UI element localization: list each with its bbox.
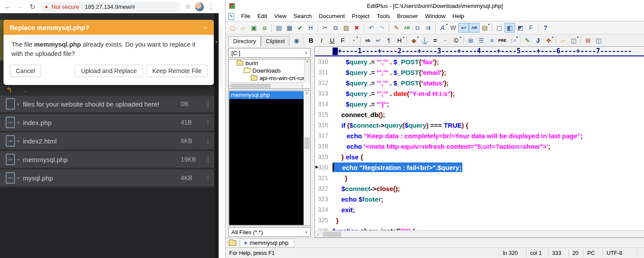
align-right-icon[interactable]: ≡ — [487, 36, 497, 45]
print-icon[interactable]: ▦ — [284, 23, 295, 33]
url-text[interactable]: 185.27.134.9/new/# — [85, 4, 135, 10]
font-icon[interactable]: A▾ — [437, 23, 448, 33]
bold-icon[interactable]: B — [306, 36, 316, 45]
file-name[interactable]: index.php — [23, 119, 181, 126]
table-icon[interactable]: ⊞ — [465, 36, 476, 45]
code-line[interactable]: 315connect_db(); — [315, 109, 644, 120]
code-line[interactable]: 313$query .= "','" . date("Y-m-d H:i:s")… — [315, 88, 644, 99]
dropdown-caret-icon[interactable]: ▾ — [446, 23, 447, 26]
file-row[interactable]: </>▾index2.html6KB⋮ — [0, 133, 214, 149]
menu-view[interactable]: View — [271, 12, 290, 20]
scroll-thumb[interactable] — [323, 232, 341, 237]
underline-icon[interactable]: U — [327, 36, 337, 45]
line-break-icon[interactable]: ↵ — [373, 36, 384, 45]
objects-icon[interactable]: ❖▾ — [543, 36, 554, 45]
tree-horizontal-scrollbar[interactable]: ‹› — [229, 82, 304, 88]
bookmark-star-icon[interactable]: ☆ — [183, 1, 193, 12]
chevron-down-icon[interactable]: ▾ — [17, 157, 19, 162]
window-list-icon[interactable]: ◫▾ — [568, 36, 579, 45]
scroll-up-icon[interactable]: ∧ — [304, 91, 310, 95]
view-in-browser-icon[interactable]: ⊞ — [583, 36, 593, 45]
print-preview-icon[interactable]: ▤ — [274, 23, 284, 33]
anchor-icon[interactable]: ⚓ — [419, 36, 430, 45]
javascript-icon[interactable]: J — [533, 36, 543, 45]
document-tab[interactable]: ◈ memmysql.php — [240, 239, 294, 247]
address-bar[interactable]: ▲ Not secure 185.27.134.9/new/# — [40, 2, 181, 12]
code-line[interactable]: 323echo $footer; — [315, 194, 644, 204]
scroll-thumb[interactable] — [304, 137, 310, 149]
paste-icon[interactable]: ▨ — [341, 23, 351, 33]
menu-window[interactable]: Window — [421, 12, 449, 20]
cut-icon[interactable]: ✂ — [320, 23, 330, 33]
html-document-icon[interactable]: H — [305, 23, 316, 33]
function-list-icon[interactable]: F — [526, 23, 536, 33]
scroll-up-icon[interactable]: ▲ — [214, 40, 219, 44]
comment-icon[interactable]: ‹· — [440, 36, 451, 45]
file-name[interactable]: mysql.php — [23, 174, 181, 182]
image-icon[interactable]: ◆▾ — [409, 36, 419, 45]
menu-tools[interactable]: Tools — [373, 12, 393, 20]
menu-project[interactable]: Project — [348, 12, 373, 20]
menu-browser[interactable]: Browser — [394, 12, 422, 20]
tab-cliptext[interactable]: Cliptext — [261, 36, 289, 46]
special-char-icon[interactable]: ©▾ — [451, 36, 461, 45]
toolbar-toggle-icon[interactable]: ▢ — [494, 23, 505, 33]
split-window-icon[interactable]: ◫ — [593, 36, 604, 45]
drive-select[interactable]: [C:] ˅ — [228, 48, 311, 58]
pre-icon[interactable]: PRE — [497, 36, 508, 45]
code-line[interactable]: 322$connect->close(); — [315, 183, 644, 194]
watermark-icon[interactable]: W — [448, 23, 458, 33]
chevron-down-icon[interactable]: ▾ — [17, 139, 19, 144]
dropdown-caret-icon[interactable]: ▾ — [402, 36, 404, 39]
profile-avatar[interactable] — [195, 2, 204, 11]
code-line[interactable]: 321} — [315, 173, 644, 183]
preferences-icon[interactable]: ▤▾ — [479, 23, 490, 33]
open-file-icon[interactable]: ▱ — [238, 23, 249, 33]
dropdown-caret-icon[interactable]: ▾ — [516, 36, 518, 39]
tree-item-Downloads[interactable]: Downloads — [229, 67, 310, 74]
file-filter-select[interactable]: All Files (*.*) ˅ — [228, 227, 311, 237]
row-menu-icon[interactable]: ⋮ — [202, 100, 214, 107]
sidebar-toggle-icon[interactable]: ◧ — [505, 23, 515, 33]
code-line[interactable]: 326function show_install("") { — [315, 225, 644, 230]
tree-item-burin[interactable]: burin — [229, 59, 310, 67]
code-line[interactable]: 318echo '<meta http-equiv=refresh conten… — [315, 141, 644, 151]
document-pencil-icon[interactable]: ✎ — [228, 13, 234, 20]
file-name[interactable]: memmysql.php — [23, 156, 181, 163]
row-menu-icon[interactable]: ⋮ — [202, 174, 214, 181]
file-row[interactable]: </>▾memmysql.php19KB⋮ — [0, 151, 214, 168]
watch-icon[interactable]: ◔▾ — [348, 36, 359, 45]
code-line[interactable]: 311$query .= "','" . $_POST{'email'}; — [315, 67, 644, 77]
font-tag-icon[interactable]: F — [337, 36, 348, 45]
titlebar[interactable]: EditPlus - [C:\Users\burin\Downloads\mem… — [226, 0, 644, 11]
code-line[interactable]: 312$query .= "','" . $_POST{'status'}; — [315, 77, 644, 88]
script-edit-icon[interactable]: ✎ — [522, 36, 533, 45]
align-center-icon[interactable]: ☰ — [476, 36, 487, 45]
redo-icon[interactable]: ↷ — [377, 23, 387, 33]
file-row[interactable]: </>▾mysql.php4KB⋮ — [0, 170, 214, 186]
row-menu-icon[interactable]: ⋮ — [202, 119, 214, 126]
dropdown-caret-icon[interactable]: ▾ — [356, 36, 358, 39]
new-file-icon[interactable]: ▢ — [227, 23, 238, 33]
save-icon[interactable]: ▣ — [249, 23, 259, 33]
dropdown-caret-icon[interactable]: ▾ — [552, 36, 553, 39]
list-icon[interactable]: ⋮≡▾ — [508, 36, 518, 45]
forward-icon[interactable]: → — [15, 1, 26, 12]
copy-block-icon[interactable]: ⧉ — [412, 23, 423, 33]
dropdown-caret-icon[interactable]: ▾ — [417, 36, 419, 39]
dropdown-caret-icon[interactable]: ▾ — [577, 36, 578, 39]
italic-icon[interactable]: I — [316, 36, 327, 45]
horizontal-rule-icon[interactable]: = — [430, 36, 440, 45]
scroll-left-icon[interactable]: ‹ — [315, 232, 322, 236]
menu-file[interactable]: File — [238, 12, 254, 20]
code-line[interactable]: 319} else { — [315, 151, 644, 162]
selected-file-item[interactable]: memmysql.php — [229, 91, 304, 99]
save-all-icon[interactable]: ⧈ — [259, 23, 270, 33]
code-line[interactable]: 314$query .= "')"; — [315, 99, 644, 109]
keep-remote-file-button[interactable]: Keep Remote File — [146, 65, 208, 77]
undo-icon[interactable]: ↶ — [366, 23, 377, 33]
menu-document[interactable]: Document — [315, 12, 348, 20]
chevron-down-icon[interactable]: ▾ — [17, 120, 19, 125]
reload-icon[interactable]: ↻ — [27, 1, 38, 12]
dropdown-caret-icon[interactable]: ▾ — [488, 23, 490, 26]
